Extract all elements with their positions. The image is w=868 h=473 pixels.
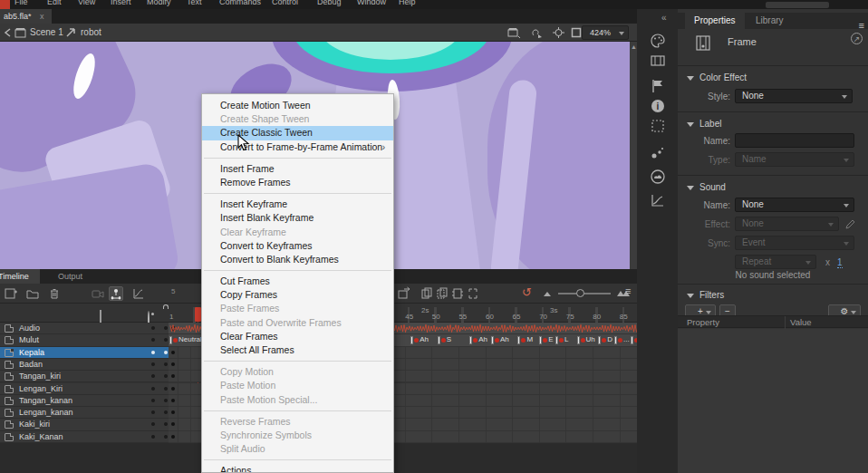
- playhead[interactable]: [195, 307, 201, 322]
- edit-sound-pencil-icon[interactable]: [844, 217, 855, 234]
- breadcrumb-symbol[interactable]: robot: [81, 24, 101, 42]
- section-label[interactable]: Label: [687, 119, 721, 129]
- tab-output[interactable]: Output: [47, 269, 93, 284]
- menu-item-create-classic-tween[interactable]: Create Classic Tween: [202, 126, 393, 140]
- edit-multiple-frames-icon[interactable]: [451, 286, 466, 301]
- menu-insert[interactable]: Insert: [111, 0, 131, 6]
- panel-menu-icon[interactable]: ≡: [859, 20, 864, 31]
- menu-item-convert-to-blank-keyframes[interactable]: Convert to Blank Keyframes: [202, 253, 393, 266]
- menu-text[interactable]: Text: [187, 0, 202, 6]
- node-dots-icon[interactable]: [650, 145, 666, 161]
- tab-properties[interactable]: Properties: [685, 13, 745, 29]
- step-back-icon[interactable]: ↺: [522, 285, 536, 300]
- camera-icon[interactable]: [91, 286, 105, 301]
- menu-item-cut-frames[interactable]: Cut Frames: [202, 275, 393, 288]
- layer-visibility-dot[interactable]: [151, 362, 155, 366]
- menu-item-insert-keyframe[interactable]: Insert Keyframe: [202, 198, 393, 211]
- layer-lock-dot[interactable]: [164, 435, 168, 439]
- creative-cloud-icon[interactable]: [650, 169, 666, 185]
- layer-lock-dot[interactable]: [164, 399, 168, 402]
- layer-visibility-dot[interactable]: [151, 410, 155, 414]
- scroll-up-icon[interactable]: ▲: [631, 43, 637, 50]
- layer-row-lengan-kiri[interactable]: Lengan_Kiri: [0, 383, 169, 395]
- slider-knob[interactable]: [576, 289, 584, 297]
- film-frames-icon[interactable]: [650, 53, 666, 69]
- label-name-input[interactable]: [735, 133, 854, 148]
- new-folder-icon[interactable]: [25, 286, 40, 301]
- document-tab[interactable]: ab5.fla* x: [0, 9, 52, 24]
- menu-edit[interactable]: Edit: [47, 0, 62, 6]
- edit-symbols-icon[interactable]: [531, 27, 543, 38]
- layer-row-audio[interactable]: Audio: [0, 323, 169, 334]
- layer-visibility-dot[interactable]: [151, 351, 155, 354]
- menu-item-remove-frames[interactable]: Remove Frames: [202, 176, 393, 189]
- layer-lock-dot[interactable]: [164, 326, 168, 330]
- layer-lock-dot[interactable]: [164, 351, 168, 354]
- loop-playback-icon[interactable]: [397, 286, 411, 301]
- collapse-panels-icon[interactable]: «: [661, 13, 667, 23]
- edit-scene-icon[interactable]: [507, 27, 519, 38]
- mouth-keyframe-l[interactable]: L: [555, 335, 568, 345]
- info-icon[interactable]: i: [650, 98, 666, 114]
- sound-name-select[interactable]: None: [735, 198, 854, 212]
- menu-item-insert-frame[interactable]: Insert Frame: [202, 162, 393, 176]
- layer-row-tangan-kanan[interactable]: Tangan_kanan: [0, 395, 169, 407]
- resize-view-slider[interactable]: [558, 293, 611, 294]
- registration-frame-icon[interactable]: [650, 118, 666, 134]
- palette-icon[interactable]: [650, 33, 666, 49]
- close-tab-icon[interactable]: x: [40, 12, 44, 21]
- center-frame-icon[interactable]: [553, 27, 564, 38]
- menu-view[interactable]: View: [78, 0, 95, 6]
- onion-skin-icon[interactable]: [420, 286, 435, 301]
- mouth-keyframe-neutral[interactable]: Neutral: [169, 335, 202, 345]
- mouth-keyframe-m[interactable]: M: [517, 335, 533, 345]
- menu-item-create-motion-tween[interactable]: Create Motion Tween: [202, 99, 393, 112]
- layer-visibility-dot[interactable]: [151, 326, 155, 330]
- layer-row-mulut[interactable]: Mulut: [0, 334, 169, 346]
- repeat-count-value[interactable]: 1: [837, 257, 843, 268]
- menu-item-convert-to-frame-by-frame-animation[interactable]: Convert to Frame-by-Frame Animation›: [202, 140, 393, 154]
- menu-item-select-all-frames[interactable]: Select All Frames: [202, 343, 393, 357]
- breadcrumb-scene[interactable]: Scene 1: [30, 24, 63, 42]
- layer-row-lengan-kanan[interactable]: Lengan_kanan: [0, 407, 169, 419]
- layer-visibility-dot[interactable]: [151, 422, 155, 426]
- mouth-keyframe-e[interactable]: E: [539, 335, 553, 345]
- back-arrow-icon[interactable]: [3, 27, 14, 38]
- menu-debug[interactable]: Debug: [317, 0, 342, 6]
- layer-row-badan[interactable]: Badan: [0, 359, 169, 371]
- layer-visibility-dot[interactable]: [151, 399, 155, 402]
- mouth-keyframe-d[interactable]: D: [598, 335, 612, 345]
- menu-item-clear-frames[interactable]: Clear Frames: [202, 330, 393, 343]
- zoom-level-select[interactable]: 424%: [582, 25, 629, 40]
- menu-item-convert-to-keyframes[interactable]: Convert to Keyframes: [202, 239, 393, 253]
- app-logo[interactable]: [0, 0, 10, 9]
- layer-visibility-dot[interactable]: [151, 387, 155, 391]
- resize-view-small-icon[interactable]: [542, 286, 556, 301]
- layer-lock-dot[interactable]: [164, 338, 168, 342]
- stage-vertical-scrollbar[interactable]: ▲: [630, 42, 637, 269]
- mouth-keyframe-ah[interactable]: Ah: [491, 335, 509, 345]
- layer-visibility-dot[interactable]: [151, 374, 155, 378]
- layer-lock-dot[interactable]: [164, 362, 168, 366]
- mouth-keyframe-ah[interactable]: Ah: [469, 335, 487, 345]
- menu-file[interactable]: File: [14, 0, 28, 6]
- layer-row-kaki-kiri[interactable]: Kaki_kiri: [0, 419, 169, 430]
- section-sound[interactable]: Sound: [687, 182, 726, 192]
- layer-row-tangan-kiri[interactable]: Tangan_kiri: [0, 371, 169, 382]
- menu-item-copy-frames[interactable]: Copy Frames: [202, 288, 393, 302]
- layer-lock-dot[interactable]: [164, 387, 168, 391]
- style-select[interactable]: None: [735, 89, 853, 103]
- help-launch-icon[interactable]: ↗: [851, 33, 863, 44]
- mouth-keyframe-ah[interactable]: Ah: [410, 335, 429, 345]
- tab-library[interactable]: Library: [747, 13, 793, 29]
- delete-layer-icon[interactable]: [47, 286, 62, 301]
- new-layer-icon[interactable]: [4, 286, 18, 301]
- layer-visibility-dot[interactable]: [151, 338, 155, 342]
- layer-lock-dot[interactable]: [164, 422, 168, 426]
- menu-window[interactable]: Window: [357, 0, 386, 6]
- menu-item-insert-blank-keyframe[interactable]: Insert Blank Keyframe: [202, 211, 393, 225]
- layer-row-kaki-kanan[interactable]: Kaki_Kanan: [0, 431, 169, 443]
- graph-editor-icon[interactable]: [131, 286, 146, 301]
- layer-row-kepala[interactable]: Kepala: [0, 347, 169, 359]
- modify-markers-icon[interactable]: [467, 286, 481, 301]
